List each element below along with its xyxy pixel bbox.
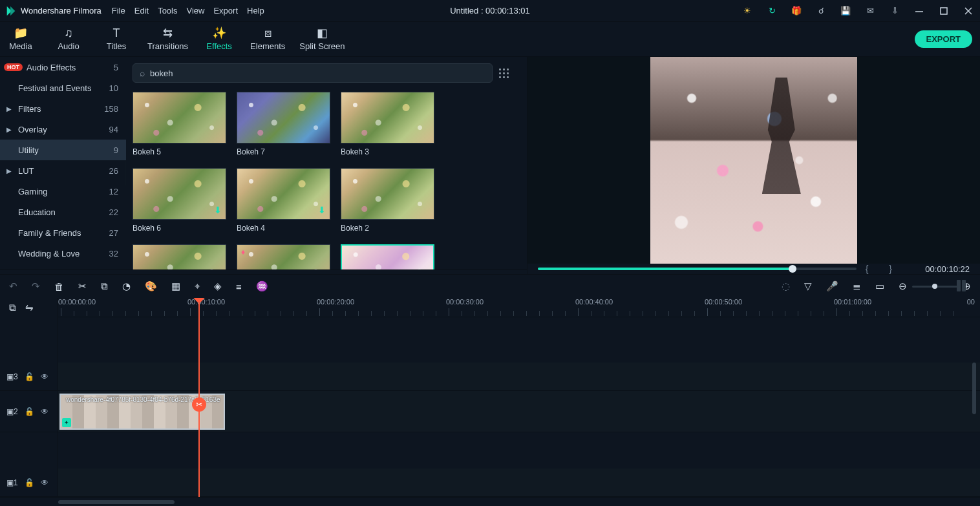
view-grid-icon[interactable] — [499, 69, 509, 78]
timeline-h-scrollbar[interactable] — [0, 497, 980, 506]
close-icon[interactable] — [962, 5, 975, 17]
tab-transitions[interactable]: ⇆Transitions — [147, 27, 188, 51]
export-button[interactable]: EXPORT — [915, 30, 972, 48]
effect-item[interactable]: Bokeh 7 — [237, 92, 330, 163]
tab-elements[interactable]: ⧇Elements — [250, 27, 285, 51]
effect-item[interactable]: ⬇Bokeh 6 — [133, 168, 226, 239]
cut-icon[interactable]: ✂ — [78, 280, 87, 292]
eye-icon[interactable]: 👁 — [41, 407, 48, 416]
undo-icon[interactable]: ↶ — [9, 280, 17, 292]
effects-thumbnails[interactable]: Bokeh 5 Bokeh 7 Bokeh 3 ⬇Bokeh 6 ⬇Bokeh … — [133, 92, 524, 269]
sidebar-item-education[interactable]: Education22 — [0, 202, 126, 222]
sidebar-item-family[interactable]: Family & Friends27 — [0, 222, 126, 243]
tab-split-screen[interactable]: ◧Split Screen — [299, 27, 345, 51]
zoom-thumb[interactable] — [932, 284, 937, 289]
sidebar-item-overlay[interactable]: ▶Overlay94 — [0, 119, 126, 140]
link-icon[interactable]: ⇋ — [25, 302, 34, 313]
keyframe-icon[interactable]: ◈ — [214, 280, 222, 292]
audio-wave-icon[interactable]: ♒ — [256, 280, 268, 292]
crop-icon[interactable]: ⧉ — [101, 280, 108, 292]
search-input[interactable] — [149, 68, 485, 79]
sidebar-item-festival[interactable]: Festival and Events10 — [0, 78, 126, 98]
effects-icon: ✨ — [212, 27, 226, 39]
minimize-icon[interactable] — [913, 5, 926, 17]
playhead[interactable]: ✂ — [198, 298, 200, 497]
delete-icon[interactable]: 🗑 — [54, 281, 64, 292]
motion-tracking-icon[interactable]: ⌖ — [195, 280, 200, 292]
effect-item[interactable]: Bokeh 2 — [341, 168, 434, 239]
chevron-right-icon: ▶ — [6, 167, 12, 174]
tab-audio[interactable]: ♫Audio — [52, 27, 85, 51]
tab-effects[interactable]: ✨Effects — [202, 27, 236, 51]
account-icon[interactable]: ☌ — [815, 5, 827, 17]
render-icon[interactable]: ◌ — [782, 280, 790, 292]
timeline-panel: ↶ ↷ 🗑 ✂ ⧉ ◔ 🎨 ▦ ⌖ ◈ ≡ ♒ ◌ ▽ 🎤 ≣ ▭ ⊖ ⊕ — [0, 274, 980, 506]
track-spacer — [58, 317, 980, 363]
premium-gem-icon: ♦ — [241, 248, 245, 257]
effect-item[interactable]: ♦ — [237, 244, 330, 269]
menu-export[interactable]: Export — [213, 6, 238, 16]
maximize-icon[interactable] — [937, 5, 950, 17]
voiceover-icon[interactable]: 🎤 — [826, 280, 838, 292]
adjust-icon[interactable]: ≡ — [236, 281, 242, 292]
effect-item[interactable]: ⬇Bokeh 4 — [237, 168, 330, 239]
sidebar-item-audio-effects[interactable]: HOTAudio Effects5 — [0, 57, 126, 78]
track-header-1[interactable]: ▣1🔓👁 — [0, 469, 58, 497]
add-track-icon[interactable]: ⧉ — [9, 302, 16, 313]
menu-view[interactable]: View — [186, 6, 204, 16]
eye-icon[interactable]: 👁 — [41, 372, 48, 381]
progress-slider[interactable] — [538, 268, 857, 270]
effect-label: Bokeh 2 — [341, 224, 434, 233]
menu-help[interactable]: Help — [247, 6, 264, 16]
track-header-2[interactable]: ▣2🔓👁 — [0, 391, 58, 432]
save-icon[interactable]: 💾 — [839, 5, 852, 17]
track-1[interactable] — [58, 469, 980, 497]
menu-edit[interactable]: Edit — [134, 6, 149, 16]
color-icon[interactable]: 🎨 — [145, 280, 157, 292]
sidebar-item-lut[interactable]: ▶LUT26 — [0, 160, 126, 181]
speed-icon[interactable]: ◔ — [122, 280, 131, 292]
effect-item[interactable]: Bokeh 5 — [133, 92, 226, 163]
track-header-3[interactable]: ▣3🔓👁 — [0, 363, 58, 391]
zoom-out-icon[interactable]: ⊖ — [899, 280, 907, 292]
effects-search[interactable]: ⌕ — [133, 63, 493, 83]
effects-categories-sidebar[interactable]: HOTAudio Effects5 Festival and Events10 … — [0, 57, 126, 269]
effect-thumbnail — [237, 92, 330, 143]
refresh-icon[interactable]: ↻ — [765, 5, 778, 17]
menu-tools[interactable]: Tools — [158, 6, 177, 16]
sidebar-item-utility[interactable]: Utility9 — [0, 140, 126, 160]
snap-icon[interactable]: ▭ — [875, 280, 884, 292]
zoom-slider[interactable] — [912, 286, 957, 288]
effect-item[interactable] — [341, 244, 434, 269]
tips-icon[interactable]: ☀ — [741, 5, 754, 17]
preview-canvas[interactable] — [527, 57, 980, 264]
timeline-v-scrollbar[interactable] — [972, 363, 976, 414]
progress-thumb[interactable] — [789, 265, 796, 273]
sidebar-item-filters[interactable]: ▶Filters158 — [0, 98, 126, 119]
download-icon[interactable]: ⇩ — [888, 5, 901, 17]
sidebar-item-gaming[interactable]: Gaming12 — [0, 181, 126, 202]
marker-icon[interactable]: ▽ — [804, 280, 812, 292]
timeline-tracks[interactable]: 00:00:00:0000:00:10:0000:00:20:0000:00:3… — [58, 298, 980, 497]
eye-icon[interactable]: 👁 — [41, 478, 48, 487]
tab-media[interactable]: 📁Media — [4, 27, 37, 51]
green-screen-icon[interactable]: ▦ — [171, 280, 180, 292]
gift-icon[interactable]: 🎁 — [790, 5, 803, 17]
track-3[interactable] — [58, 363, 980, 391]
lock-icon[interactable]: 🔓 — [25, 407, 34, 416]
tab-titles[interactable]: TTitles — [100, 27, 133, 51]
message-icon[interactable]: ✉ — [864, 5, 877, 17]
scrollbar-thumb[interactable] — [58, 500, 175, 504]
effect-item[interactable]: Bokeh 3 — [341, 92, 434, 163]
mixer-icon[interactable]: ≣ — [853, 280, 861, 292]
effect-item[interactable] — [133, 244, 226, 269]
playhead-scissors-icon[interactable]: ✂ — [192, 397, 206, 412]
lock-icon[interactable]: 🔓 — [25, 478, 34, 487]
effect-thumbnail: ⬇ — [237, 168, 330, 220]
lock-icon[interactable]: 🔓 — [25, 372, 34, 381]
menu-file[interactable]: File — [112, 6, 125, 16]
sidebar-item-wedding[interactable]: Wedding & Love32 — [0, 243, 126, 264]
marker-braces[interactable]: { } — [866, 264, 901, 274]
effect-label: Bokeh 3 — [341, 147, 434, 156]
redo-icon[interactable]: ↷ — [32, 280, 40, 292]
